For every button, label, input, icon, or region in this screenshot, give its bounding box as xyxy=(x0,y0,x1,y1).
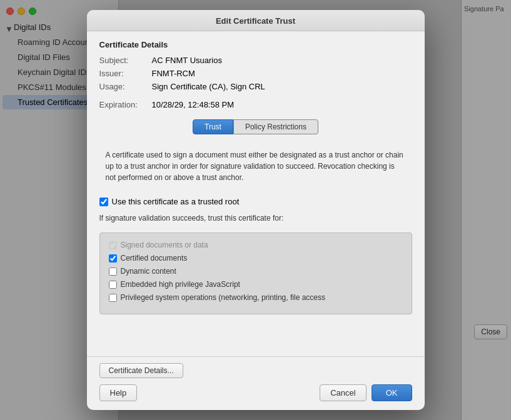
trust-description: A certificate used to sign a document mu… xyxy=(99,144,412,188)
use-trusted-root-row: Use this certificate as a trusted root xyxy=(99,197,412,206)
modal-title-bar: Edit Certificate Trust xyxy=(87,10,425,31)
trust-checkbox-privileged-ops: Privileged system operations (networking… xyxy=(109,293,403,302)
issuer-value: FNMT-RCM xyxy=(152,69,195,78)
embedded-js-label: Embedded high privilege JavaScript xyxy=(121,280,240,289)
modal-title: Edit Certificate Trust xyxy=(216,16,295,26)
issuer-field: Issuer: FNMT-RCM xyxy=(99,69,412,78)
dynamic-content-label: Dynamic content xyxy=(121,267,176,276)
trust-checkbox-dynamic-content: Dynamic content xyxy=(109,267,403,276)
privileged-ops-checkbox[interactable] xyxy=(109,294,117,302)
trust-panel: Signed documents or data Certified docum… xyxy=(99,232,412,314)
expiration-value: 10/28/29, 12:48:58 PM xyxy=(152,100,235,109)
use-trusted-root-label: Use this certificate as a trusted root xyxy=(112,197,240,206)
signed-docs-label: Signed documents or data xyxy=(121,241,208,249)
trust-for-label: If signature validation succeeds, trust … xyxy=(99,214,412,222)
certified-docs-label: Certified documents xyxy=(121,254,188,262)
tab-trust[interactable]: Trust xyxy=(193,119,233,134)
trust-checkbox-embedded-js: Embedded high privilege JavaScript xyxy=(109,280,403,289)
subject-label: Subject: xyxy=(99,56,149,65)
expiration-row: Expiration: 10/28/29, 12:48:58 PM xyxy=(99,100,412,109)
usage-field: Usage: Sign Certificate (CA), Sign CRL xyxy=(99,82,412,91)
tab-row: Trust Policy Restrictions xyxy=(99,119,412,134)
embedded-js-checkbox[interactable] xyxy=(109,281,117,289)
footer-right-buttons: Cancel OK xyxy=(320,384,412,401)
issuer-label: Issuer: xyxy=(99,69,149,78)
tab-policy-restrictions[interactable]: Policy Restrictions xyxy=(233,119,318,134)
trust-checkbox-signed-docs: Signed documents or data xyxy=(109,241,403,249)
expiration-label: Expiration: xyxy=(99,100,149,109)
use-trusted-root-checkbox[interactable] xyxy=(99,198,108,206)
dynamic-content-checkbox[interactable] xyxy=(109,268,117,276)
cancel-button[interactable]: Cancel xyxy=(320,384,366,401)
modal-overlay: Edit Certificate Trust Certificate Detai… xyxy=(0,0,511,420)
modal-body: Certificate Details Subject: AC FNMT Usu… xyxy=(87,31,425,356)
subject-value: AC FNMT Usuarios xyxy=(152,56,222,65)
usage-value: Sign Certificate (CA), Sign CRL xyxy=(152,82,265,91)
edit-certificate-trust-dialog: Edit Certificate Trust Certificate Detai… xyxy=(87,10,425,410)
privileged-ops-label: Privileged system operations (networking… xyxy=(121,293,325,302)
signed-docs-checkbox[interactable] xyxy=(109,241,117,249)
cert-details-header: Certificate Details xyxy=(99,40,412,49)
modal-footer-buttons: Help Cancel OK xyxy=(99,384,412,401)
ok-button[interactable]: OK xyxy=(372,384,412,401)
trust-checkbox-certified-docs: Certified documents xyxy=(109,254,403,262)
certificate-details-button[interactable]: Certificate Details... xyxy=(99,363,183,378)
modal-bottom: Certificate Details... Help Cancel OK xyxy=(87,356,425,410)
usage-label: Usage: xyxy=(99,82,149,91)
help-button[interactable]: Help xyxy=(99,384,138,401)
certified-docs-checkbox[interactable] xyxy=(109,254,117,262)
subject-field: Subject: AC FNMT Usuarios xyxy=(99,56,412,65)
